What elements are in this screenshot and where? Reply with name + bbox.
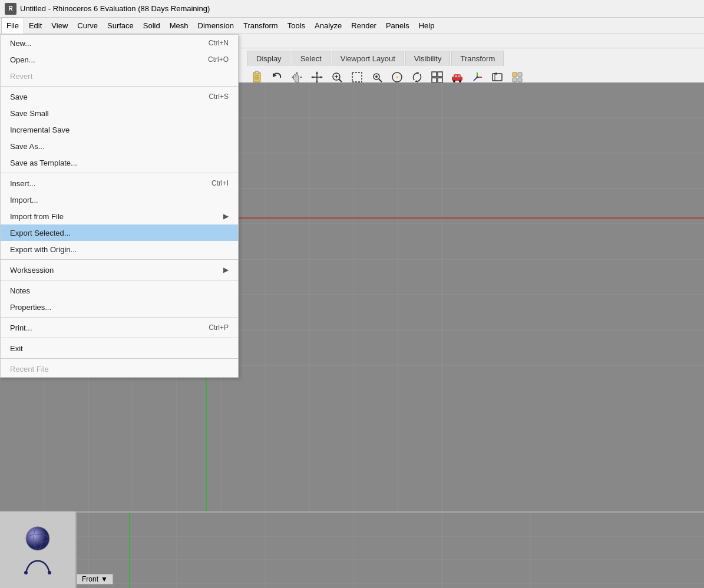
svg-rect-23 xyxy=(438,72,442,77)
menu-item-revert: Revert xyxy=(1,68,238,84)
bottom-viewport[interactable]: Front ▼ xyxy=(0,511,704,588)
svg-rect-30 xyxy=(455,75,457,77)
menu-item-notes-label: Notes xyxy=(10,286,30,295)
svg-rect-31 xyxy=(458,75,460,77)
menu-item-recent-file: Recent File xyxy=(1,361,238,377)
menu-analyze[interactable]: Analyze xyxy=(310,18,346,34)
svg-marker-10 xyxy=(311,76,313,78)
front-arrow-icon: ▼ xyxy=(101,575,108,583)
svg-line-18 xyxy=(379,79,382,82)
menu-item-revert-label: Revert xyxy=(10,72,32,81)
svg-rect-24 xyxy=(432,78,437,82)
menu-mesh[interactable]: Mesh xyxy=(165,18,193,34)
menu-item-print[interactable]: Print... Ctrl+P xyxy=(1,319,238,336)
svg-rect-1 xyxy=(255,71,259,74)
separator-3 xyxy=(1,259,238,260)
menu-item-notes[interactable]: Notes xyxy=(1,282,238,299)
tab-transform[interactable]: Transform xyxy=(451,51,504,66)
menu-item-open-label: Open... xyxy=(10,55,35,64)
menu-item-print-shortcut: Ctrl+P xyxy=(209,323,229,332)
svg-rect-41 xyxy=(513,78,517,82)
menu-item-worksession-label: Worksession xyxy=(10,266,54,275)
svg-point-78 xyxy=(48,571,51,574)
menu-item-insert-label: Insert... xyxy=(10,179,35,188)
menu-item-new[interactable]: New... Ctrl+N xyxy=(1,35,238,51)
menu-item-insert-shortcut: Ctrl+I xyxy=(211,179,229,187)
menu-solid[interactable]: Solid xyxy=(138,18,165,34)
svg-point-35 xyxy=(477,77,478,78)
menu-item-save[interactable]: Save Ctrl+S xyxy=(1,88,238,105)
separator-5 xyxy=(1,317,238,318)
menu-item-properties[interactable]: Properties... xyxy=(1,299,238,315)
svg-marker-11 xyxy=(320,76,323,78)
svg-point-21 xyxy=(396,76,398,78)
menu-surface[interactable]: Surface xyxy=(103,18,138,34)
app-icon: R xyxy=(5,3,16,15)
tab-visibility[interactable]: Visibility xyxy=(405,51,451,66)
front-label[interactable]: Front ▼ xyxy=(77,574,113,584)
svg-rect-36 xyxy=(493,74,502,81)
menu-panels[interactable]: Panels xyxy=(381,18,414,34)
menu-file[interactable]: File xyxy=(1,18,24,34)
worksession-arrow: ▶ xyxy=(223,266,229,274)
menu-item-export-selected[interactable]: Export Selected... xyxy=(1,224,238,241)
svg-rect-16 xyxy=(352,72,362,82)
sphere-icon xyxy=(23,524,52,553)
menu-item-incremental-save-label: Incremental Save xyxy=(10,125,70,134)
menu-item-import[interactable]: Import... xyxy=(1,191,238,208)
menu-item-save-small-label: Save Small xyxy=(10,109,49,118)
left-panel xyxy=(0,511,77,588)
svg-rect-39 xyxy=(513,72,517,77)
menu-item-worksession[interactable]: Worksession ▶ xyxy=(1,262,238,278)
menu-item-exit[interactable]: Exit xyxy=(1,340,238,356)
menu-item-import-from-file-label: Import from File xyxy=(10,212,64,221)
menu-bar: File Edit View Curve Surface Solid Mesh … xyxy=(0,18,704,34)
separator-2 xyxy=(1,173,238,173)
separator-4 xyxy=(1,280,238,280)
menu-edit[interactable]: Edit xyxy=(24,18,47,34)
menu-item-insert[interactable]: Insert... Ctrl+I xyxy=(1,175,238,191)
separator-6 xyxy=(1,338,238,338)
menu-view[interactable]: View xyxy=(47,18,72,34)
menu-transform[interactable]: Transform xyxy=(239,18,283,34)
arc-icon xyxy=(23,558,52,576)
menu-item-save-as-template[interactable]: Save as Template... xyxy=(1,154,238,171)
menu-item-save-small[interactable]: Save Small xyxy=(1,105,238,121)
menu-item-export-origin[interactable]: Export with Origin... xyxy=(1,241,238,257)
separator-7 xyxy=(1,358,238,359)
separator-1 xyxy=(1,86,238,87)
front-label-text: Front xyxy=(82,575,98,583)
menu-item-new-label: New... xyxy=(10,39,31,48)
menu-item-save-as-label: Save As... xyxy=(10,142,45,151)
svg-line-13 xyxy=(339,79,342,82)
svg-point-19 xyxy=(375,75,378,78)
menu-item-recent-file-label: Recent File xyxy=(10,365,49,374)
menu-item-print-label: Print... xyxy=(10,323,32,332)
tab-viewport-layout[interactable]: Viewport Layout xyxy=(332,51,404,66)
menu-item-save-shortcut: Ctrl+S xyxy=(209,93,229,101)
svg-rect-25 xyxy=(438,78,442,82)
menu-help[interactable]: Help xyxy=(414,18,439,34)
menu-item-open-shortcut: Ctrl+O xyxy=(208,55,229,64)
menu-item-save-as-template-label: Save as Template... xyxy=(10,158,77,167)
menu-item-incremental-save[interactable]: Incremental Save xyxy=(1,121,238,138)
tab-select[interactable]: Select xyxy=(292,51,330,66)
menu-item-export-origin-label: Export with Origin... xyxy=(10,245,77,254)
menu-item-exit-label: Exit xyxy=(10,344,23,353)
tab-display[interactable]: Display xyxy=(247,51,290,66)
menu-tools[interactable]: Tools xyxy=(283,18,310,34)
menu-item-import-from-file[interactable]: Import from File ▶ xyxy=(1,208,238,224)
menu-item-open[interactable]: Open... Ctrl+O xyxy=(1,51,238,68)
submenu-arrow: ▶ xyxy=(223,212,229,220)
svg-rect-42 xyxy=(518,78,522,82)
menu-item-save-as[interactable]: Save As... xyxy=(1,138,238,154)
svg-rect-40 xyxy=(518,72,522,77)
file-dropdown-menu: New... Ctrl+N Open... Ctrl+O Revert Save… xyxy=(0,34,239,378)
menu-dimension[interactable]: Dimension xyxy=(193,18,239,34)
svg-marker-8 xyxy=(316,71,318,74)
menu-item-new-shortcut: Ctrl+N xyxy=(209,39,229,47)
title-bar: R Untitled - Rhinoceros 6 Evaluation (88… xyxy=(0,0,704,18)
menu-curve[interactable]: Curve xyxy=(72,18,103,34)
title-text: Untitled - Rhinoceros 6 Evaluation (88 D… xyxy=(20,4,210,13)
menu-render[interactable]: Render xyxy=(346,18,381,34)
